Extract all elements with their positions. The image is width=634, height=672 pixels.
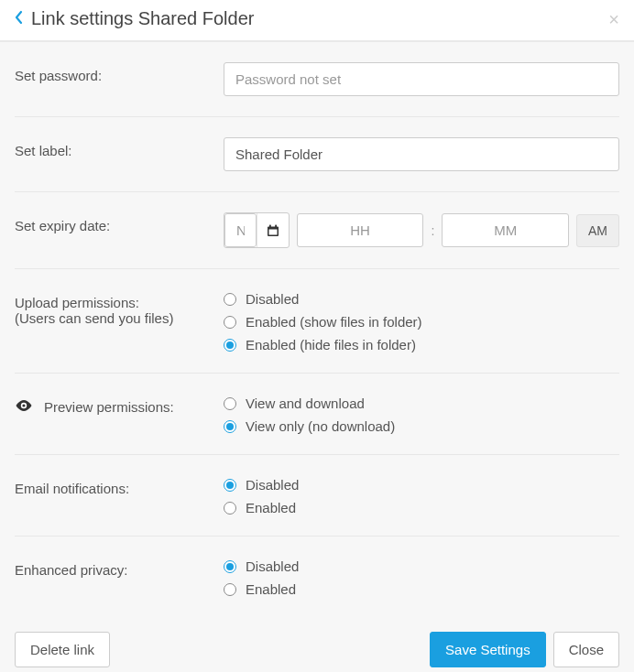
upload-option[interactable]: Enabled (show files in folder) bbox=[224, 314, 619, 330]
time-colon: : bbox=[431, 223, 434, 238]
privacy-radio-list: DisabledEnabled bbox=[224, 557, 619, 597]
preview-option[interactable]: View only (no download) bbox=[224, 418, 619, 434]
radio-icon bbox=[224, 339, 236, 352]
radio-label: Enabled (show files in folder) bbox=[246, 314, 422, 330]
expiry-hour-input[interactable] bbox=[297, 213, 424, 247]
svg-rect-1 bbox=[269, 224, 271, 227]
expiry-row: Set expiry date: : AM bbox=[15, 192, 619, 269]
label-label: Set label: bbox=[15, 137, 224, 171]
radio-icon bbox=[224, 397, 236, 410]
radio-icon bbox=[224, 502, 236, 515]
upload-option[interactable]: Enabled (hide files in folder) bbox=[224, 337, 619, 352]
upload-row: Upload permissions: (Users can send you … bbox=[15, 269, 619, 374]
close-icon[interactable]: × bbox=[608, 9, 619, 30]
email-label: Email notifications: bbox=[15, 475, 224, 515]
svg-point-5 bbox=[22, 404, 25, 406]
date-wrap bbox=[224, 212, 290, 248]
eye-icon bbox=[15, 399, 33, 415]
expiry-date-input[interactable] bbox=[224, 213, 257, 247]
radio-icon bbox=[224, 420, 236, 433]
preview-option[interactable]: View and download bbox=[224, 396, 619, 411]
radio-label: Enabled bbox=[246, 500, 296, 515]
radio-label: Disabled bbox=[246, 558, 299, 574]
delete-link-button[interactable]: Delete link bbox=[15, 632, 110, 667]
calendar-icon[interactable] bbox=[257, 213, 289, 247]
radio-icon bbox=[224, 479, 236, 492]
preview-row: Preview permissions: View and downloadVi… bbox=[15, 374, 619, 455]
password-input[interactable] bbox=[224, 62, 619, 96]
radio-icon bbox=[224, 560, 236, 573]
ampm-toggle[interactable]: AM bbox=[576, 214, 619, 247]
upload-radio-list: DisabledEnabled (show files in folder)En… bbox=[224, 289, 619, 352]
radio-icon bbox=[224, 293, 236, 306]
link-settings-dialog: Link settings Shared Folder × Set passwo… bbox=[0, 0, 634, 672]
password-label: Set password: bbox=[15, 62, 224, 96]
svg-rect-2 bbox=[275, 224, 277, 227]
email-row: Email notifications: DisabledEnabled bbox=[15, 455, 619, 537]
privacy-option[interactable]: Disabled bbox=[224, 558, 619, 574]
close-button[interactable]: Close bbox=[553, 632, 619, 667]
expiry-label: Set expiry date: bbox=[15, 212, 224, 248]
email-option[interactable]: Enabled bbox=[224, 500, 619, 515]
dialog-title: Link settings Shared Folder bbox=[31, 8, 254, 29]
svg-rect-3 bbox=[268, 229, 277, 234]
dialog-header: Link settings Shared Folder × bbox=[0, 0, 634, 40]
radio-label: Disabled bbox=[246, 291, 299, 307]
upload-option[interactable]: Disabled bbox=[224, 291, 619, 307]
email-radio-list: DisabledEnabled bbox=[224, 475, 619, 515]
preview-label: Preview permissions: bbox=[15, 394, 224, 434]
preview-radio-list: View and downloadView only (no download) bbox=[224, 394, 619, 434]
password-row: Set password: bbox=[15, 42, 619, 117]
save-settings-button[interactable]: Save Settings bbox=[430, 632, 546, 667]
email-option[interactable]: Disabled bbox=[224, 477, 619, 493]
privacy-row: Enhanced privacy: DisabledEnabled bbox=[15, 537, 619, 617]
privacy-option[interactable]: Enabled bbox=[224, 581, 619, 597]
label-input[interactable] bbox=[224, 137, 619, 171]
dialog-content: Set password: Set label: Set expiry date… bbox=[0, 42, 634, 617]
back-icon[interactable] bbox=[15, 10, 24, 27]
radio-label: View and download bbox=[246, 396, 365, 411]
radio-icon bbox=[224, 583, 236, 596]
radio-label: Enabled bbox=[246, 581, 296, 597]
radio-label: View only (no download) bbox=[246, 418, 395, 434]
expiry-group: : AM bbox=[224, 212, 619, 248]
radio-icon bbox=[224, 316, 236, 329]
radio-label: Disabled bbox=[246, 477, 299, 493]
privacy-label: Enhanced privacy: bbox=[15, 557, 224, 597]
upload-label: Upload permissions: (Users can send you … bbox=[15, 289, 224, 352]
expiry-minute-input[interactable] bbox=[442, 213, 569, 247]
dialog-footer: Delete link Save Settings Close bbox=[0, 617, 634, 672]
radio-label: Enabled (hide files in folder) bbox=[246, 337, 416, 352]
label-row: Set label: bbox=[15, 117, 619, 192]
